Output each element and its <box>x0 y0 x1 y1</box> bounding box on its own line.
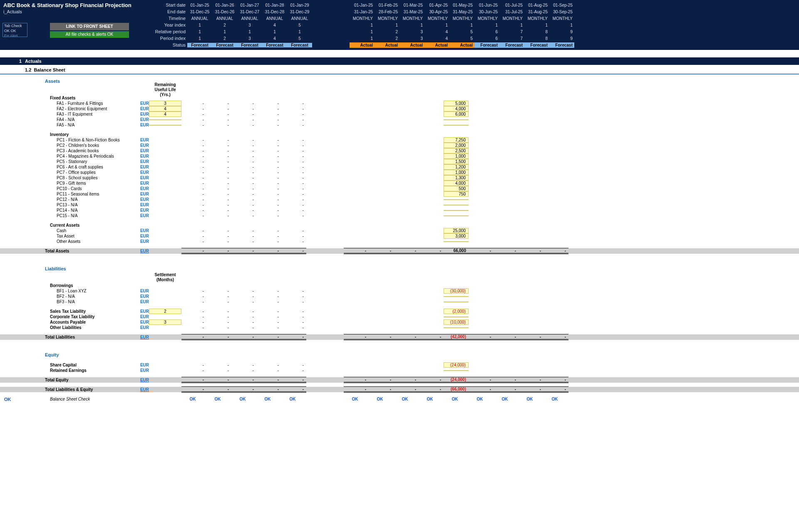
total-row: Total LiabilitiesEUR---------(42,000)---… <box>0 334 799 340</box>
period-header-cell: MONTHLY <box>424 16 449 21</box>
period-header-cell: 5 <box>449 36 474 41</box>
current-asset-row: Tax AssetEUR-----3,000 <box>0 233 799 239</box>
period-header-cell: 01-Aug-25 <box>524 3 549 7</box>
inventory-row: PC5 - StationaryEUR-----1,500 <box>0 159 799 164</box>
group-inventory: Inventory <box>0 132 799 137</box>
inventory-row: PC4 - Magazines & PeriodicalsEUR-----1,0… <box>0 153 799 159</box>
workbook-title: ABC Book & Stationary Shop Financial Pro… <box>0 2 150 8</box>
equity-row: Share CapitalEUR-----(24,000) <box>0 362 799 368</box>
inventory-row: PC8 - School suppliesEUR-----1,300 <box>0 175 799 181</box>
group-current-assets: Current Assets <box>0 223 799 228</box>
section-heading: Equity <box>0 352 799 357</box>
fixed-asset-row: FA1 - Furniture & FittingsEUR3-----5,000 <box>0 101 799 106</box>
period-header-cell: 1 <box>375 23 400 27</box>
rul-header: Remaining Useful Life (Yrs.) <box>0 84 799 95</box>
inventory-row: PC6 - Art & craft suppliesEUR-----1,200 <box>0 164 799 170</box>
period-header-cell: ANNUAL <box>212 16 237 21</box>
liability-row: Sales Tax LiabilityEUR2-----(2,000) <box>0 309 799 314</box>
period-header-cell: 1 <box>400 23 424 27</box>
period-header-cell: 01-May-25 <box>449 3 474 7</box>
balance-check-row: OKBalance Sheet CheckOKOKOKOKOKOKOKOKOKO… <box>0 396 799 402</box>
inventory-row: PC11 - Seasonal itemsEUR-----750 <box>0 191 799 197</box>
period-header-cell: 1 <box>262 30 287 34</box>
period-header-cell: 01-Feb-25 <box>375 3 400 7</box>
current-asset-row: Other AssetsEUR----- <box>0 239 799 244</box>
equity-row: Retained EarningsEUR----- <box>0 368 799 373</box>
period-header-cell: 2 <box>375 36 400 41</box>
inventory-row: PC12 - N/AEUR----- <box>0 197 799 202</box>
total-row: Total AssetsEUR---------66,000---- <box>0 248 799 254</box>
period-header-cell: ANNUAL <box>187 16 212 21</box>
period-header-cell: 01-Apr-25 <box>424 3 449 7</box>
period-header-cell: 01-Mar-25 <box>400 3 424 7</box>
period-header-cell: 3 <box>400 36 424 41</box>
inventory-row: PC9 - Gift itemsEUR-----4,000 <box>0 181 799 186</box>
period-header-cell: 31-Aug-25 <box>524 10 549 14</box>
period-header-cell: 5 <box>287 36 312 41</box>
period-header-cell: 6 <box>474 36 499 41</box>
period-header-cell: 01-Jun-25 <box>474 3 499 7</box>
period-header-cell: 28-Feb-25 <box>375 10 400 14</box>
period-header-cell: 1 <box>287 30 312 34</box>
subsection-heading: 1.2 Balance Sheet <box>25 67 799 72</box>
period-header-cell: MONTHLY <box>400 16 424 21</box>
period-header-cell: 01-Sep-25 <box>549 3 574 7</box>
alerts-status-button[interactable]: All file checks & alerts OK <box>50 31 129 38</box>
period-header-cell: 01-Jan-25 <box>350 3 375 7</box>
period-header-cell: 31-Dec-28 <box>262 10 287 14</box>
liability-row: Accounts PayableEUR3-----(10,000) <box>0 319 799 325</box>
period-header-cell: 9 <box>549 36 574 41</box>
period-header-cell: 9 <box>549 30 574 34</box>
period-header-cell: 2 <box>212 23 237 27</box>
period-header-cell: 4 <box>424 36 449 41</box>
period-header-cell: 4 <box>262 23 287 27</box>
section-heading: Liabilities <box>0 266 799 271</box>
period-header-cell: 30-Sep-25 <box>549 10 574 14</box>
period-header-cell: 5 <box>287 23 312 27</box>
period-header-cell: ANNUAL <box>287 16 312 21</box>
period-header-cell: 1 <box>549 23 574 27</box>
period-header-cell: 1 <box>350 23 375 27</box>
period-header-cell: 30-Jun-25 <box>474 10 499 14</box>
group-borrowings: Borrowings <box>0 283 799 288</box>
fixed-asset-row: FA5 - N/AEUR----- <box>0 122 799 128</box>
tab-check-box: Tab Check OK OK Err Alert <box>2 23 27 37</box>
period-header-cell: 4 <box>262 36 287 41</box>
period-header-cell: 8 <box>524 30 549 34</box>
period-header-cell: 30-Apr-25 <box>424 10 449 14</box>
period-header-cell: 5 <box>449 30 474 34</box>
period-header-cell: 1 <box>350 36 375 41</box>
period-header-cell: 4 <box>424 30 449 34</box>
borrowing-row: BF3 - N/AEUR----- <box>0 299 799 304</box>
link-front-sheet-button[interactable]: LINK TO FRONT SHEET <box>50 23 129 30</box>
period-header-cell: 1 <box>187 30 212 34</box>
period-header-cell: 1 <box>449 23 474 27</box>
period-header-cell: 31-Dec-25 <box>187 10 212 14</box>
group-fixed-assets: Fixed Assets <box>0 95 799 101</box>
inventory-row: PC1 - Fiction & Non-Fiction BooksEUR----… <box>0 137 799 143</box>
inventory-row: PC3 - Academic booksEUR-----2,500 <box>0 148 799 153</box>
settlement-header: Settlement (Months) <box>0 272 799 283</box>
period-header-cell: 01-Jan-25 <box>187 3 212 7</box>
period-header-cell: 01-Jan-28 <box>262 3 287 7</box>
period-header-cell: 31-Dec-29 <box>287 10 312 14</box>
period-header-cell: 1 <box>187 36 212 41</box>
period-header-cell: 7 <box>499 36 524 41</box>
period-header-cell: 01-Jan-29 <box>287 3 312 7</box>
period-header-cell: 1 <box>524 23 549 27</box>
inventory-row: PC7 - Office suppliesEUR-----1,000 <box>0 170 799 175</box>
period-header-cell: 31-Mar-25 <box>400 10 424 14</box>
period-header-cell: 2 <box>375 30 400 34</box>
liability-row: Other LiabilitiesEUR----- <box>0 325 799 330</box>
header-panel: ABC Book & Stationary Shop Financial Pro… <box>0 0 799 50</box>
period-header-cell: 1 <box>474 23 499 27</box>
period-header-cell: MONTHLY <box>524 16 549 21</box>
period-header-cell: 1 <box>237 30 262 34</box>
period-header-cell: 01-Jul-25 <box>499 3 524 7</box>
inventory-row: PC15 - N/AEUR----- <box>0 213 799 218</box>
sheet-name: i_Actuals <box>0 9 150 14</box>
section-band: 1Actuals <box>0 57 799 65</box>
period-header-cell: MONTHLY <box>375 16 400 21</box>
period-header-cell: 7 <box>499 30 524 34</box>
inventory-row: PC13 - N/AEUR----- <box>0 202 799 208</box>
